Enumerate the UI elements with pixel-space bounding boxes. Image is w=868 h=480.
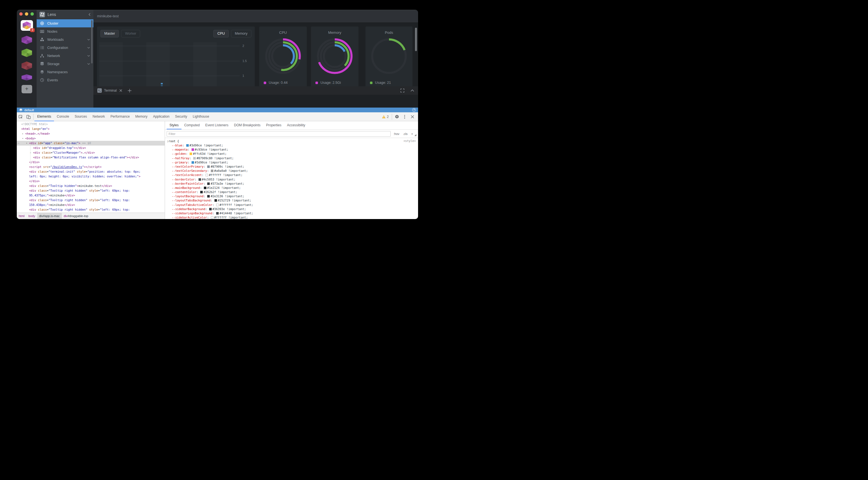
tab-worker[interactable]: Worker [121, 30, 140, 37]
dom-node[interactable]: ▸<head>…</head> [17, 131, 165, 136]
sidebar-item-events[interactable]: Events [37, 76, 93, 84]
color-swatch[interactable] [211, 170, 213, 172]
dom-node[interactable]: <script src="/build/LensDev.js"></script… [17, 165, 165, 169]
color-swatch[interactable] [186, 144, 189, 147]
dom-node[interactable]: left: 0px; height: 0px; visibility: hidd… [17, 174, 165, 179]
cluster-icon-red[interactable] [22, 62, 32, 70]
dom-node[interactable]: <html lang="en"> [17, 127, 165, 131]
cluster-icon-purple[interactable] [22, 36, 32, 44]
tab-security[interactable]: Security [172, 112, 190, 121]
breadcrumb-item[interactable]: div#draggable-top [62, 213, 90, 219]
tab-cpu[interactable]: CPU [213, 30, 228, 37]
css-property[interactable]: --sidebarLogoBackground: #414448 !import… [167, 211, 416, 215]
devtools-settings-icon[interactable] [393, 112, 401, 121]
tab-styles[interactable]: Styles [167, 121, 182, 129]
styles-toolbar-button[interactable]: :hov [394, 132, 399, 136]
console-warnings-badge[interactable]: 2 [382, 115, 389, 119]
css-property[interactable]: --sidebarActiveColor: #ffffff !important… [167, 215, 416, 219]
tab-memory[interactable]: Memory [231, 30, 251, 37]
color-swatch[interactable] [216, 204, 219, 206]
color-swatch[interactable] [193, 157, 196, 160]
devtools-close-icon[interactable] [408, 112, 416, 121]
tab-sources[interactable]: Sources [72, 112, 90, 121]
tab-event-listeners[interactable]: Event Listeners [203, 121, 231, 129]
style-origin-link[interactable]: <style> [404, 139, 416, 142]
color-swatch[interactable] [191, 161, 194, 164]
device-toolbar-icon[interactable] [25, 112, 32, 121]
css-property[interactable]: --textColorAccent: #ffffff !important; [167, 173, 416, 177]
dom-node-more-icon[interactable]: ⋯ [18, 141, 19, 145]
css-selector[interactable]: :root { [167, 139, 416, 143]
tab-elements[interactable]: Elements [34, 112, 54, 121]
dom-node[interactable]: <div class="Tooltip right hidden" style=… [17, 198, 165, 203]
tab-properties[interactable]: Properties [263, 121, 284, 129]
sidebar-item-namespaces[interactable]: Namespaces [37, 68, 93, 76]
close-window-button[interactable] [19, 12, 23, 15]
color-swatch[interactable] [209, 208, 212, 210]
css-property[interactable]: --borderFaintColor: #373a3e !important; [167, 182, 416, 186]
css-property[interactable]: --textColorPrimary: #87909c !important; [167, 165, 416, 169]
dom-node[interactable]: <div id="draggable-top"></div> [17, 145, 165, 150]
add-cluster-button[interactable]: + [22, 85, 32, 93]
css-property[interactable]: --golden: #ffc63d !important; [167, 152, 416, 156]
dom-node[interactable]: <!DOCTYPE html> [17, 122, 165, 127]
tab-performance[interactable]: Performance [108, 112, 132, 121]
dom-node-selected[interactable]: ⋯▾<div id="app" class="is-mac"> == $0 [17, 141, 165, 145]
terminal-fullscreen-icon[interactable] [400, 89, 404, 93]
dom-node[interactable]: 150.438px;">minikube</div> [17, 203, 165, 207]
color-swatch[interactable] [200, 191, 203, 193]
twisty-open-icon[interactable]: ▾ [22, 136, 24, 141]
terminal-expand-icon[interactable] [410, 90, 414, 92]
sidebar-scrollbar[interactable] [91, 20, 93, 63]
sidebar-item-cluster[interactable]: Cluster [37, 19, 93, 27]
css-property[interactable]: --layoutBackground: #2e3136 !important; [167, 194, 416, 198]
color-swatch[interactable] [207, 182, 210, 185]
dom-node[interactable]: ▸<div class="ClusterManager">…</div> [17, 150, 165, 155]
color-swatch[interactable] [211, 216, 213, 219]
devtools-menu-icon[interactable] [401, 112, 408, 121]
tab-accessibility[interactable]: Accessibility [284, 121, 308, 129]
styles-filter-input[interactable] [167, 131, 391, 137]
color-swatch[interactable] [216, 212, 219, 214]
cluster-icon-flat[interactable] [22, 74, 32, 80]
styles-toolbar-button[interactable]: + [411, 132, 413, 136]
dom-node[interactable]: <div class="terminal-init" style="positi… [17, 169, 165, 174]
color-swatch[interactable] [215, 199, 217, 202]
dom-node[interactable]: ▾<body> [17, 136, 165, 141]
breadcrumb-item[interactable]: html [17, 213, 27, 219]
color-swatch[interactable] [207, 165, 210, 168]
breadcrumb-item[interactable]: body [27, 213, 37, 219]
css-property[interactable]: --sidebarBackground: #36393e !important; [167, 207, 416, 211]
color-swatch[interactable] [204, 186, 206, 189]
tab-dom-breakpoints[interactable]: DOM Breakpoints [231, 121, 264, 129]
dom-node[interactable]: <div class="Notifications flex column al… [17, 155, 165, 160]
tab-computed[interactable]: Computed [182, 121, 203, 129]
terminal-close-icon[interactable] [119, 89, 122, 92]
tab-master[interactable]: Master [100, 30, 119, 37]
dom-node[interactable]: <div class="Tooltip hidden">minikube-tes… [17, 183, 165, 188]
metrics-scrollbar[interactable] [415, 28, 417, 51]
css-property[interactable]: --blue: #3d90ce !important; [167, 143, 416, 147]
twisty-open-icon[interactable]: ▾ [26, 141, 27, 145]
styles-toolbar-button[interactable]: .cls [403, 132, 408, 136]
sidebar-item-configuration[interactable]: Configuration [37, 43, 93, 52]
tab-console[interactable]: Console [54, 112, 72, 121]
sidebar-item-workloads[interactable]: Workloads [37, 35, 93, 43]
minimize-window-button[interactable] [25, 12, 28, 15]
dom-node[interactable]: 95.4375px;">minikube</div> [17, 193, 165, 198]
css-property[interactable]: --primary: #3d90ce !important; [167, 160, 416, 165]
sidebar-item-network[interactable]: Network [37, 52, 93, 60]
terminal-add-tab-icon[interactable] [128, 89, 131, 93]
zoom-window-button[interactable] [30, 12, 34, 15]
namespace-label[interactable]: default [24, 108, 34, 112]
inspect-element-icon[interactable] [17, 112, 25, 121]
tab-lighthouse[interactable]: Lighthouse [190, 112, 212, 121]
css-property[interactable]: --borderColor: #4c5053 !important; [167, 177, 416, 182]
collapse-sidebar-icon[interactable] [88, 13, 91, 16]
tab-application[interactable]: Application [150, 112, 172, 121]
cluster-icon-green[interactable] [22, 48, 32, 57]
dom-node[interactable]: </div> [17, 160, 165, 165]
dom-node[interactable]: </div> [17, 179, 165, 183]
resize-grip-icon[interactable] [414, 134, 416, 136]
sidebar-item-storage[interactable]: Storage [37, 60, 93, 68]
